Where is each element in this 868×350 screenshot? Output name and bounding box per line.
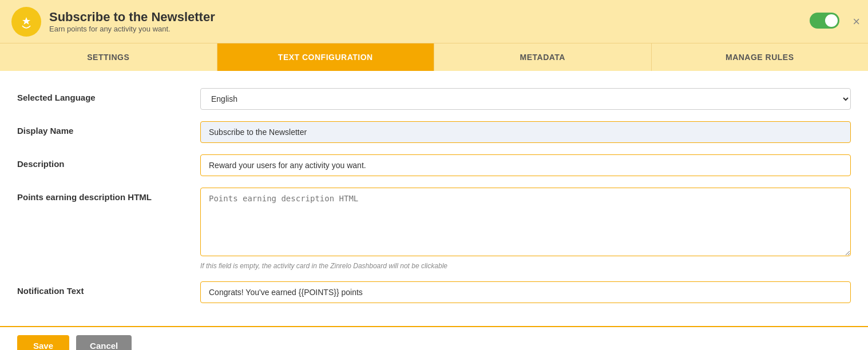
notification-text-label: Notification Text [17,281,200,296]
header-subtitle: Earn points for any activity you want. [49,25,215,33]
form-footer: Save Cancel [0,326,868,350]
close-button[interactable]: × [853,15,860,28]
points-html-hint: If this field is empty, the activity car… [200,262,851,270]
form-content: Selected Language English Spanish French… [0,71,868,326]
points-html-row: Points earning description HTML If this … [17,188,851,270]
points-html-control: If this field is empty, the activity car… [200,188,851,270]
notification-text-input[interactable] [200,281,851,303]
language-row: Selected Language English Spanish French… [17,88,851,110]
tab-settings[interactable]: SETTINGS [0,43,217,71]
tab-text-configuration[interactable]: TEXT CONFIGURATION [217,43,435,71]
display-name-input[interactable] [200,121,851,143]
header-text: Subscribe to the Newsletter Earn points … [49,10,215,33]
language-label: Selected Language [17,88,200,102]
display-name-control [200,121,851,143]
notification-text-row: Notification Text [17,281,851,303]
display-name-row: Display Name [17,121,851,143]
points-html-label: Points earning description HTML [17,188,200,202]
header-icon [11,7,41,37]
description-label: Description [17,154,200,169]
language-control: English Spanish French German [200,88,851,110]
description-input[interactable] [200,154,851,176]
points-html-textarea[interactable] [200,188,851,256]
save-button[interactable]: Save [17,335,69,350]
page-header: Subscribe to the Newsletter Earn points … [0,0,868,43]
header-toggle-area[interactable] [810,13,839,31]
cancel-button[interactable]: Cancel [76,335,132,350]
tabs-bar: SETTINGS TEXT CONFIGURATION METADATA MAN… [0,43,868,71]
description-row: Description [17,154,851,176]
active-toggle[interactable] [810,13,839,29]
description-control [200,154,851,176]
language-select[interactable]: English Spanish French German [200,88,851,110]
header-title: Subscribe to the Newsletter [49,10,215,25]
tab-manage-rules[interactable]: MANAGE RULES [652,43,869,71]
notification-text-control [200,281,851,303]
display-name-label: Display Name [17,121,200,136]
tab-metadata[interactable]: METADATA [434,43,652,71]
